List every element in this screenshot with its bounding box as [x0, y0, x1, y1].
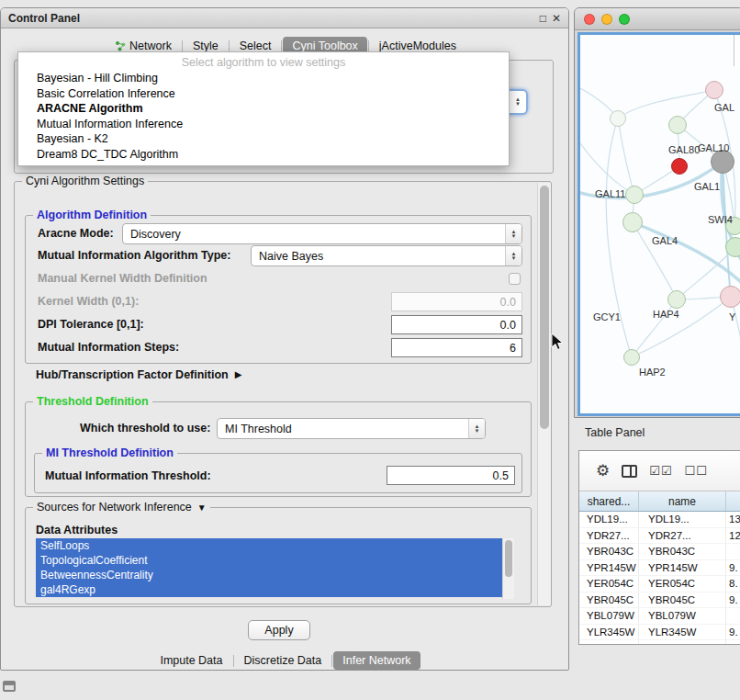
network-node[interactable]: [610, 110, 626, 127]
tab-label: Network: [129, 40, 172, 52]
table-panel-title: Table Panel: [585, 426, 645, 439]
mi-steps-field[interactable]: 6: [391, 338, 522, 357]
close-traffic-light[interactable]: [584, 14, 595, 25]
restore-panel-icon[interactable]: [3, 681, 16, 692]
algorithm-option-aracne-algorithm[interactable]: ARACNE Algorithm: [18, 101, 509, 117]
table-cell: YER054C: [579, 576, 639, 592]
tab-label: Infer Network: [342, 654, 410, 667]
list-item-betweennesscentrality[interactable]: BetweennessCentrality: [36, 568, 502, 582]
network-node[interactable]: [720, 286, 740, 308]
dropdown-placeholder: Select algorithm to view settings: [18, 54, 509, 71]
list-scrollbar-thumb[interactable]: [505, 540, 512, 577]
sources-group-title: Sources for Network Inference: [37, 501, 192, 514]
table-row[interactable]: YBR043CYBR043C: [579, 544, 740, 560]
table-cell: 12: [726, 528, 740, 544]
network-node-label: GAL4: [652, 234, 678, 247]
dpi-tolerance-field[interactable]: 0.0: [391, 315, 522, 334]
expand-arrow-icon: ▶: [235, 367, 242, 382]
algorithm-option-dream8-dc-tdc-algorithm[interactable]: Dream8 DC_TDC Algorithm: [18, 147, 509, 163]
network-node-label: SWI4: [708, 213, 733, 226]
deselect-all-icon[interactable]: ☐☐: [685, 463, 708, 479]
data-attributes-list[interactable]: SelfLoopsTopologicalCoefficientBetweenne…: [36, 538, 502, 599]
mi-threshold-field[interactable]: 0.5: [387, 466, 515, 485]
tab-impute-data[interactable]: Impute Data: [151, 651, 231, 670]
combo-arrows-icon: ▲▼: [468, 419, 485, 438]
table-row[interactable]: YPR145WYPR145W9.: [579, 560, 740, 577]
network-canvas[interactable]: GALGAL80GAL10GAL11GAL1SWI4GAL4GCY1HAP4YH…: [577, 32, 740, 416]
algorithm-option-bayesian-k2[interactable]: Bayesian - K2: [18, 131, 509, 147]
close-icon[interactable]: ✕: [552, 13, 561, 24]
table-row[interactable]: YIL052CYIL052C: [579, 640, 740, 644]
tab-label: Style: [193, 40, 219, 52]
zoom-traffic-light[interactable]: [619, 14, 630, 25]
select-all-icon[interactable]: ☑☑: [649, 463, 672, 479]
window-title: Control Panel: [8, 12, 80, 25]
network-node-label: GAL80: [668, 143, 700, 156]
combo-arrows-icon: ▲▼: [505, 224, 521, 243]
network-node[interactable]: [622, 212, 643, 232]
gear-icon[interactable]: ⚙: [596, 463, 610, 479]
table-cell: [726, 544, 740, 559]
network-node[interactable]: [705, 81, 723, 99]
table-row[interactable]: YDR27...YDR27...12: [579, 528, 740, 545]
control-panel-titlebar[interactable]: Control Panel □ ✕: [1, 8, 568, 28]
table-row[interactable]: YDL19...YDL19...13: [579, 512, 740, 528]
column-header-shared[interactable]: shared...: [579, 491, 639, 511]
network-window-titlebar[interactable]: [575, 8, 740, 30]
tab-label: Cyni Toolbox: [292, 40, 357, 52]
list-scrollbar[interactable]: [502, 538, 514, 599]
algorithm-option-mutual-information-inference[interactable]: Mutual Information Inference: [18, 117, 509, 132]
table-header[interactable]: shared...name: [579, 491, 740, 512]
network-node-label: HAP2: [639, 366, 666, 378]
table-cell: 13: [726, 512, 740, 527]
float-window-icon[interactable]: □: [540, 13, 546, 24]
aracne-mode-combo[interactable]: Discovery ▲▼: [122, 223, 522, 244]
kernel-width-label: Kernel Width (0,1):: [38, 294, 139, 309]
algorithm-option-basic-correlation-inference[interactable]: Basic Correlation Inference: [18, 86, 509, 102]
tab-discretize-data[interactable]: Discretize Data: [235, 651, 331, 670]
network-node[interactable]: [623, 349, 640, 366]
tab-infer-network[interactable]: Infer Network: [333, 651, 420, 670]
network-node[interactable]: [671, 158, 688, 175]
list-item-selfloops[interactable]: SelfLoops: [36, 538, 502, 553]
manual-kernel-checkbox[interactable]: [509, 273, 521, 285]
column-header-name[interactable]: name: [639, 491, 726, 511]
network-node[interactable]: [625, 186, 644, 204]
network-node-label: HAP4: [653, 308, 679, 321]
which-threshold-value: MI Threshold: [218, 423, 292, 435]
network-node[interactable]: [668, 116, 687, 134]
settings-scrollbar-thumb[interactable]: [540, 186, 549, 429]
table-row[interactable]: YBL079WYBL079W: [579, 608, 740, 625]
which-threshold-combo[interactable]: MI Threshold ▲▼: [217, 418, 486, 439]
mi-type-label: Mutual Information Algorithm Type:: [38, 248, 230, 263]
table-row[interactable]: YBR045CYBR045C9.: [579, 593, 740, 609]
minimize-traffic-light[interactable]: [601, 14, 612, 25]
list-item-topologicalcoefficient[interactable]: TopologicalCoefficient: [36, 553, 502, 568]
canvas-scrollbar[interactable]: [734, 35, 740, 66]
algorithm-option-bayesian-hill-climbing[interactable]: Bayesian - Hill Climbing: [18, 71, 509, 86]
table-cell: YLR345W: [639, 625, 726, 640]
network-node[interactable]: [667, 290, 686, 309]
threshold-definition-title: Threshold Definition: [33, 395, 152, 408]
columns-icon[interactable]: [622, 465, 637, 478]
apply-button[interactable]: Apply: [248, 620, 310, 640]
column-header-extra[interactable]: [726, 491, 740, 511]
table-row[interactable]: YER054CYER054C8.: [579, 576, 740, 593]
network-node[interactable]: [725, 237, 740, 257]
tab-separator: [229, 40, 230, 52]
tab-label: Discretize Data: [244, 654, 322, 667]
mi-steps-label: Mutual Information Steps:: [38, 340, 179, 355]
kernel-width-field[interactable]: 0.0: [391, 292, 522, 311]
table-row[interactable]: YLR345WYLR345W9.: [579, 625, 740, 641]
list-item-gal4rgexp[interactable]: gal4RGexp: [36, 582, 502, 597]
sources-group-header[interactable]: Sources for Network Inference ▼: [33, 501, 210, 514]
table-cell: YIL052C: [639, 640, 726, 644]
dpi-tolerance-label: DPI Tolerance [0,1]:: [38, 317, 144, 332]
table-cell: 9.: [726, 560, 740, 576]
settings-scrollbar[interactable]: [537, 183, 551, 605]
table-toolbar: ⚙ ☑☑ ☐☐: [579, 451, 740, 491]
manual-kernel-label: Manual Kernel Width Definition: [38, 271, 207, 286]
table-cell: YPR145W: [579, 560, 639, 576]
hub-section-header[interactable]: Hub/Transcription Factor Definition ▶: [36, 367, 241, 382]
mi-type-combo[interactable]: Naive Bayes ▲▼: [251, 245, 522, 266]
